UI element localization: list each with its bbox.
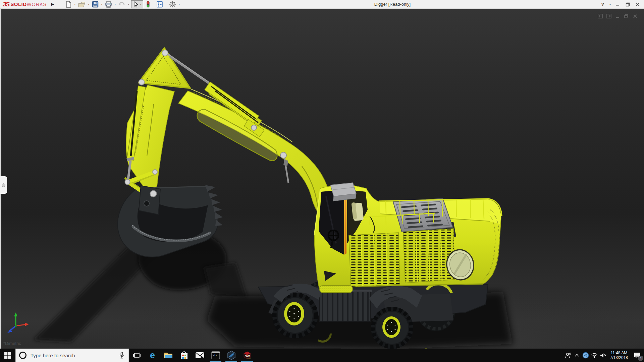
rebuild-button[interactable] — [145, 0, 151, 8]
new-document-button[interactable] — [65, 1, 72, 8]
file-properties-button[interactable] — [156, 1, 164, 8]
document-window-controls — [596, 13, 639, 19]
file-properties-icon — [156, 1, 163, 8]
solidworks-logo: 3S SOLIDWORKS — [3, 1, 47, 8]
digger-3d-model — [0, 9, 644, 349]
restore-icon — [626, 2, 630, 7]
taskbar-app-file-explorer[interactable] — [160, 349, 176, 362]
chevron-up-icon — [575, 354, 579, 357]
print-button[interactable] — [104, 1, 113, 8]
expand-panel-icon — [2, 183, 5, 187]
close-document-icon — [633, 14, 637, 18]
quick-access-toolbar: ▾ ▾ ▾ ▾ ▾ ▾ — [65, 0, 182, 8]
clock-date: 7/13/2018 — [610, 355, 628, 360]
minimize-document-icon — [615, 14, 620, 18]
open-button[interactable] — [77, 1, 86, 8]
svg-text:C:\_: C:\_ — [213, 354, 219, 356]
logo-text-works: WORKS — [27, 1, 47, 7]
cortana-ball-icon — [582, 352, 589, 359]
action-center-button[interactable]: 4 — [631, 349, 644, 362]
volume-muted-button[interactable] — [599, 349, 607, 362]
help-caret[interactable]: ▾ — [608, 3, 612, 6]
window-controls: ? ▾ — [598, 0, 643, 9]
gear-icon — [169, 1, 176, 8]
cortana-icon — [19, 352, 26, 359]
clock-time: 11:48 AM — [610, 351, 628, 355]
taskbar-search[interactable] — [15, 349, 129, 362]
title-bar: 3S SOLIDWORKS ▶ ▾ ▾ ▾ ▾ ▾ ▾ — [0, 0, 644, 9]
orientation-triad-icon — [5, 311, 32, 335]
new-document-caret[interactable]: ▾ — [74, 3, 75, 6]
print-icon — [105, 1, 112, 8]
notification-badge: 4 — [638, 356, 643, 361]
store-icon — [180, 351, 188, 360]
undo-button[interactable] — [118, 1, 126, 8]
restore-button[interactable] — [623, 0, 633, 9]
restore-document-button[interactable] — [622, 13, 631, 19]
solidworks-2017-icon: SW2017 — [243, 351, 252, 360]
volume-muted-icon — [600, 353, 606, 358]
edrawings-hexagon-icon — [227, 351, 236, 360]
select-caret[interactable]: ▾ — [140, 3, 141, 6]
windows-logo-icon — [4, 352, 11, 359]
taskbar-app-command-prompt[interactable]: C:\_ — [208, 349, 223, 362]
feature-panel-collapsed-tab[interactable] — [0, 176, 7, 194]
roof-vent — [330, 183, 356, 201]
minimize-icon — [615, 2, 620, 6]
view-orientation-label: *Dimetric — [3, 341, 21, 346]
dassault-logo-icon: 3S — [3, 1, 9, 8]
start-button[interactable] — [0, 349, 15, 362]
search-input[interactable] — [31, 353, 119, 358]
mail-icon — [195, 352, 205, 359]
feature-pane-icon — [606, 14, 611, 18]
wifi-button[interactable] — [590, 349, 599, 362]
svg-text:2017: 2017 — [247, 358, 251, 360]
taskbar-app-store[interactable] — [176, 349, 192, 362]
select-tool-active[interactable]: ▾ — [131, 0, 143, 8]
rear-wheel — [371, 307, 413, 349]
save-button[interactable] — [91, 1, 99, 8]
close-icon — [636, 2, 640, 6]
open-folder-icon — [78, 1, 86, 8]
save-caret[interactable]: ▾ — [101, 3, 102, 6]
save-floppy-icon — [92, 1, 99, 8]
new-document-icon — [65, 1, 72, 8]
print-caret[interactable]: ▾ — [114, 3, 116, 6]
taskbar-app-edge[interactable]: e — [145, 349, 160, 362]
cortana-ball-button[interactable] — [581, 349, 590, 362]
open-caret[interactable]: ▾ — [88, 3, 89, 6]
select-cursor-icon — [132, 1, 139, 8]
hidden-icons-button[interactable] — [573, 349, 581, 362]
close-button[interactable] — [633, 0, 643, 9]
undo-icon — [118, 1, 125, 8]
rebuild-traffic-light-icon — [146, 1, 150, 8]
undo-caret[interactable]: ▾ — [128, 3, 129, 6]
task-view-icon — [133, 352, 141, 359]
entry-step — [320, 286, 353, 293]
help-button[interactable]: ? — [598, 0, 608, 9]
taskbar-app-mail[interactable] — [192, 349, 208, 362]
windows-taskbar: e C:\_ SW2017 — [0, 349, 644, 362]
system-tray: 11:48 AM 7/13/2018 4 — [564, 349, 644, 362]
solidworks-window: 3S SOLIDWORKS ▶ ▾ ▾ ▾ ▾ ▾ ▾ — [0, 0, 644, 362]
menu-flyout-arrow-icon[interactable]: ▶ — [51, 2, 54, 6]
taskbar-app-solidworks[interactable]: SW2017 — [239, 349, 255, 362]
edge-icon: e — [150, 351, 155, 360]
task-view-button[interactable] — [129, 349, 145, 362]
options-caret[interactable]: ▾ — [178, 3, 180, 6]
display-pane-button[interactable] — [596, 13, 604, 19]
graphics-area[interactable]: *Dimetric — [0, 9, 644, 349]
people-icon — [565, 352, 572, 358]
minimize-button[interactable] — [612, 0, 623, 9]
people-button[interactable] — [564, 349, 573, 362]
microphone-icon[interactable] — [119, 352, 124, 359]
taskbar-app-edrawings[interactable] — [223, 349, 239, 362]
wifi-icon — [591, 353, 598, 358]
document-title: Digger [Read-only] — [356, 2, 429, 7]
feature-pane-button[interactable] — [604, 13, 613, 19]
taskbar-clock[interactable]: 11:48 AM 7/13/2018 — [607, 351, 631, 360]
close-document-button[interactable] — [631, 13, 639, 19]
options-button[interactable] — [168, 0, 177, 8]
minimize-document-button[interactable] — [613, 13, 622, 19]
display-pane-icon — [598, 14, 603, 18]
